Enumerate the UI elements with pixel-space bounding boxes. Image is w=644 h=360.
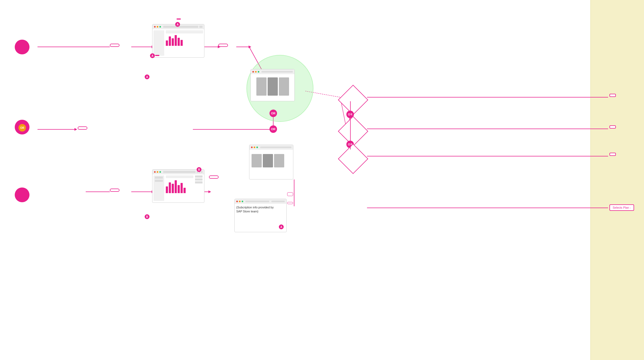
user-number-3 bbox=[15, 188, 29, 202]
selects-plan-two[interactable] bbox=[609, 125, 616, 129]
user-row-1 bbox=[15, 40, 35, 54]
svg-marker-22 bbox=[208, 190, 211, 193]
logged-in-pill-3[interactable] bbox=[110, 189, 119, 192]
web-view-screen bbox=[249, 145, 293, 179]
v-line-webview-logged bbox=[294, 179, 294, 206]
plan-one-line bbox=[367, 97, 608, 98]
user-number-1 bbox=[15, 40, 29, 54]
selects-buy-pill[interactable] bbox=[218, 44, 228, 47]
marker-c: A bbox=[279, 224, 284, 229]
selects-buy-appbar bbox=[177, 18, 181, 20]
plan-two-container bbox=[340, 122, 366, 141]
svg-marker-9 bbox=[74, 128, 77, 131]
subscription-info: {Subcription info provided bySAP Store t… bbox=[236, 205, 285, 214]
marker-a: A bbox=[175, 22, 180, 27]
screen-mockup-2: B bbox=[152, 169, 204, 203]
selects-plan-dash[interactable]: Selects Plan - bbox=[609, 204, 634, 211]
screen-mockup-1: A A bbox=[152, 24, 204, 58]
not-logged-in-pill[interactable] bbox=[78, 126, 87, 130]
logged-in-pill-1[interactable] bbox=[110, 44, 119, 47]
marketing-screen bbox=[250, 69, 295, 101]
plan-three-container bbox=[340, 149, 366, 168]
plan-one-container bbox=[340, 91, 366, 109]
user-row-3 bbox=[15, 188, 40, 207]
home-account-screen: {Subcription info provided bySAP Store t… bbox=[234, 199, 287, 232]
or-badge-1: OR bbox=[269, 110, 277, 117]
marker-b: B bbox=[197, 167, 201, 172]
right-panel bbox=[590, 0, 644, 360]
user-row-2: OR bbox=[15, 117, 29, 139]
plan-two-line bbox=[367, 129, 608, 129]
selects-plan-three[interactable] bbox=[609, 153, 616, 156]
selects-upgrade-pill[interactable] bbox=[209, 175, 219, 179]
plan-dash-line bbox=[367, 208, 608, 208]
svg-marker-6 bbox=[249, 46, 251, 48]
selects-buy-menu bbox=[155, 55, 159, 56]
sap-store-note bbox=[287, 192, 293, 196]
marker-b2: B bbox=[145, 214, 149, 219]
or-badge-user2: OR bbox=[18, 124, 26, 132]
diamond-v-line bbox=[350, 101, 351, 149]
selects-plan-one[interactable] bbox=[609, 94, 616, 97]
or-badge-2: OR bbox=[269, 125, 277, 133]
selects-renew-plan[interactable] bbox=[287, 202, 293, 204]
plan-three-line bbox=[367, 156, 608, 156]
marker-a2: A bbox=[150, 53, 155, 58]
marker-a3: A bbox=[145, 74, 149, 79]
